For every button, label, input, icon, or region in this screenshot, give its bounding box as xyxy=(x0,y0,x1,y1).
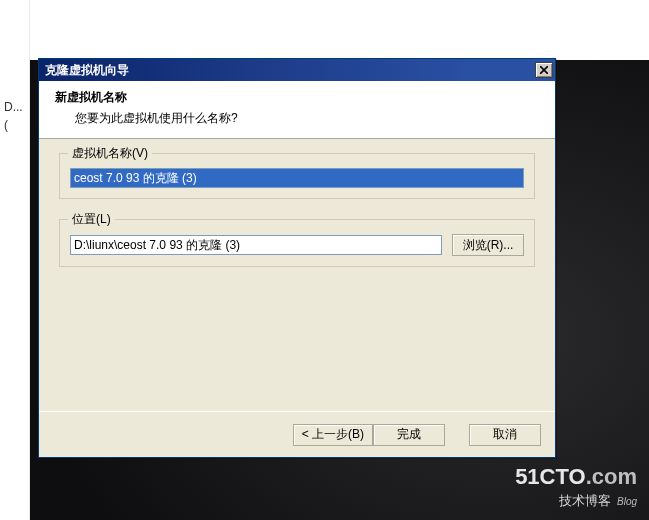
dialog-title: 克隆虚拟机向导 xyxy=(45,62,535,79)
left-panel: D... ( xyxy=(0,0,30,520)
vm-name-label: 虚拟机名称(V) xyxy=(68,145,152,162)
wizard-header: 新虚拟机名称 您要为此虚拟机使用什么名称? xyxy=(39,81,555,139)
titlebar: 克隆虚拟机向导 xyxy=(39,59,555,81)
close-button[interactable] xyxy=(535,62,553,78)
watermark-brand: 51CTO.com xyxy=(515,464,637,490)
left-panel-item[interactable]: D... xyxy=(0,98,29,116)
clone-wizard-dialog: 克隆虚拟机向导 新虚拟机名称 您要为此虚拟机使用什么名称? 虚拟机名称(V) 位… xyxy=(38,58,556,458)
finish-button[interactable]: 完成 xyxy=(373,424,445,446)
location-label: 位置(L) xyxy=(68,211,115,228)
watermark: 51CTO.com 技术博客Blog xyxy=(515,464,637,510)
vm-name-input[interactable] xyxy=(70,168,524,188)
header-title: 新虚拟机名称 xyxy=(55,89,539,106)
cancel-button[interactable]: 取消 xyxy=(469,424,541,446)
location-input[interactable] xyxy=(70,235,442,255)
vm-name-group: 虚拟机名称(V) xyxy=(59,153,535,199)
left-panel-item[interactable]: ( xyxy=(0,116,29,134)
back-button[interactable]: < 上一步(B) xyxy=(293,424,373,446)
wizard-footer: < 上一步(B) 完成 取消 xyxy=(39,411,555,457)
browse-button[interactable]: 浏览(R)... xyxy=(452,234,524,256)
wizard-body: 虚拟机名称(V) 位置(L) 浏览(R)... xyxy=(39,139,555,411)
top-white-strip xyxy=(30,0,649,60)
location-group: 位置(L) 浏览(R)... xyxy=(59,219,535,267)
header-subtitle: 您要为此虚拟机使用什么名称? xyxy=(55,106,539,127)
